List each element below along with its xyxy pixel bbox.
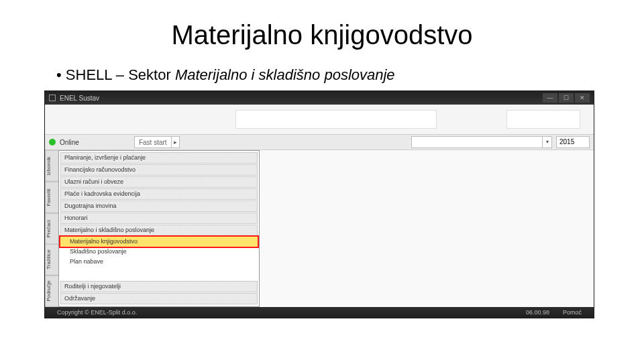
tree-subitem[interactable]: Plan nabave — [60, 257, 258, 267]
statusbar-copyright: Copyright © ENEL-Split d.o.o. — [50, 309, 144, 316]
tree-item[interactable]: Roditelji i njegovatelji — [60, 281, 258, 292]
app-body: Online Fast start ▸ ▾ 2015 Izbornik Favo… — [45, 105, 594, 307]
nav-tree: Planiranje, izvršenje i plaćanje Financi… — [58, 150, 260, 307]
close-button[interactable]: ✕ — [575, 93, 590, 103]
slide: Materijalno knjigovodstvo SHELL – Sektor… — [0, 0, 644, 362]
tree-item[interactable]: Ulazni računi i obveze — [60, 176, 258, 188]
tree-item[interactable]: Održavanje — [60, 293, 258, 304]
main-area: Izbornik Favoriti Prečaci Tražilice Podr… — [45, 150, 594, 307]
banner — [45, 105, 594, 134]
bullet-italic: Materijalno i skladišno poslovanje — [175, 66, 395, 83]
side-tab-izbornik[interactable]: Izbornik — [45, 150, 58, 182]
tree-item[interactable]: Plaće i kadrovska evidencija — [60, 188, 258, 200]
side-tabs: Izbornik Favoriti Prečaci Tražilice Podr… — [45, 150, 58, 307]
tree-item[interactable]: Materijalno i skladišno poslovanje — [60, 225, 258, 236]
tree-item[interactable]: Planiranje, izvršenje i plaćanje — [60, 152, 258, 164]
app-title: ENEL Sustav — [60, 95, 99, 102]
window-buttons: — ☐ ✕ — [543, 93, 590, 103]
fast-start-dropdown[interactable]: Fast start ▸ — [134, 136, 180, 148]
page-title: Materijalno knjigovodstvo — [47, 20, 597, 50]
toolbar: Online Fast start ▸ ▾ 2015 — [45, 134, 594, 150]
tree-item[interactable]: Honorari — [60, 213, 258, 224]
statusbar-help[interactable]: Pomoć — [556, 309, 588, 316]
side-tab-trazilice[interactable]: Tražilice — [45, 244, 58, 276]
bullet-line: SHELL – Sektor Materijalno i skladišno p… — [56, 66, 597, 84]
app-window: ENEL Sustav — ☐ ✕ Online Fast start ▸ — [44, 90, 594, 318]
tree-item[interactable]: Dugotrajna imovina — [60, 200, 258, 212]
banner-center-box — [235, 110, 437, 129]
side-tab-precaci[interactable]: Prečaci — [45, 213, 58, 245]
bullet-prefix: SHELL – Sektor — [66, 66, 175, 83]
status-text: Online — [60, 139, 79, 146]
chevron-down-icon: ▾ — [542, 137, 551, 147]
year-field[interactable]: 2015 — [556, 136, 590, 148]
statusbar: Copyright © ENEL-Split d.o.o. 06.00.98 P… — [45, 307, 594, 318]
chevron-right-icon: ▸ — [171, 137, 179, 147]
tree-top-group: Planiranje, izvršenje i plaćanje Financi… — [59, 151, 259, 268]
tree-bottom-group: Roditelji i njegovatelji Održavanje — [59, 280, 259, 306]
context-dropdown[interactable]: ▾ — [411, 136, 552, 148]
fast-start-label: Fast start — [135, 139, 171, 146]
status-indicator-icon — [49, 139, 56, 145]
app-icon — [49, 95, 56, 101]
tree-item[interactable]: Financijsko računovodstvo — [60, 164, 258, 176]
titlebar[interactable]: ENEL Sustav — ☐ ✕ — [45, 91, 594, 105]
tree-subitem[interactable]: Skladišno poslovanje — [60, 247, 258, 257]
side-tab-favoriti[interactable]: Favoriti — [45, 182, 58, 213]
banner-logo-box — [506, 110, 580, 129]
tree-subitem-selected[interactable]: Materijalno knjigovodstvo — [60, 237, 258, 247]
maximize-button[interactable]: ☐ — [559, 93, 574, 103]
statusbar-time: 06.00.98 — [519, 309, 556, 316]
minimize-button[interactable]: — — [543, 93, 557, 103]
content-area — [260, 150, 594, 307]
side-tab-podrucje[interactable]: Područje — [45, 276, 58, 307]
